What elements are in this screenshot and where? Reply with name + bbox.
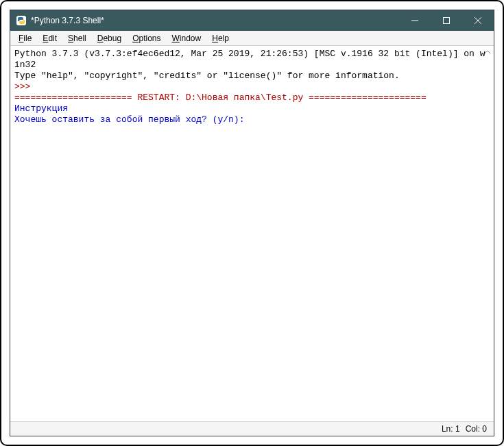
status-col: Col: 0 [466,424,487,434]
menu-file[interactable]: File [13,32,37,45]
scroll-up-icon[interactable] [483,47,492,57]
status-line: Ln: 1 [442,424,460,434]
statusbar: Ln: 1 Col: 0 [10,422,494,436]
menu-options[interactable]: Options [127,32,166,45]
menu-window[interactable]: Window [167,32,207,45]
shell-output-line: Инструкция [14,103,490,114]
menubar: File Edit Shell Debug Options Window Hel… [10,31,494,46]
python-icon [16,15,27,26]
shell-output[interactable]: Python 3.7.3 (v3.7.3:ef4ec6ed12, Mar 25 … [10,46,494,422]
titlebar[interactable]: *Python 3.7.3 Shell* [10,10,494,31]
menu-debug[interactable]: Debug [92,32,127,45]
window-title: *Python 3.7.3 Shell* [31,16,104,25]
menu-edit[interactable]: Edit [37,32,62,45]
minimize-button[interactable] [399,10,431,31]
svg-rect-2 [444,18,450,24]
shell-prompt: >>> [14,82,490,92]
shell-line: Type "help", "copyright", "credits" or "… [14,71,490,82]
close-button[interactable] [462,10,494,31]
maximize-button[interactable] [431,10,462,31]
app-window: *Python 3.7.3 Shell* File Edit Shell Deb… [10,10,494,436]
menu-shell[interactable]: Shell [62,32,92,45]
shell-output-line: Хочешь оставить за собой первый ход? (y/… [14,114,490,125]
shell-restart: ====================== RESTART: D:\Новая… [14,92,490,103]
shell-line: Python 3.7.3 (v3.7.3:ef4ec6ed12, Mar 25 … [14,49,490,71]
menu-help[interactable]: Help [206,32,235,45]
